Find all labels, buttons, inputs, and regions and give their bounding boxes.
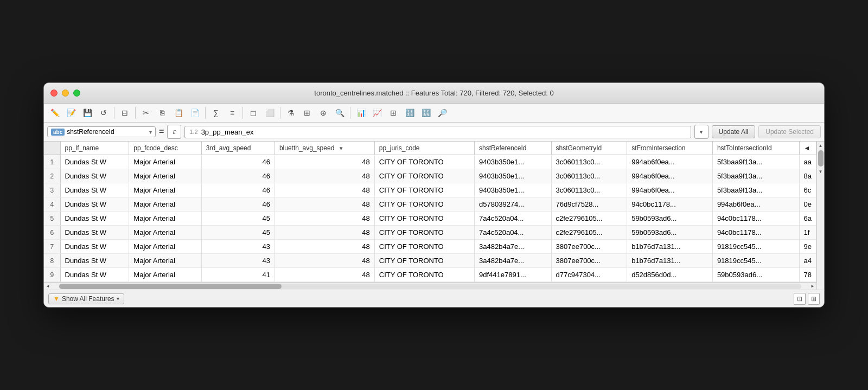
close-button[interactable] bbox=[50, 89, 58, 97]
expression-input-container[interactable]: 1.2 3p_pp_mean_ex bbox=[184, 126, 691, 138]
cell-extra: 8a bbox=[799, 169, 816, 183]
cell-3rd_avg_speed: 41 bbox=[201, 268, 275, 282]
status-icon-btn-1[interactable]: ⊡ bbox=[794, 293, 806, 305]
cell-pp_juris_code: CITY OF TORONTO bbox=[374, 240, 474, 254]
cut-button[interactable]: ✂ bbox=[138, 106, 154, 120]
magnify-button[interactable]: 🔎 bbox=[435, 106, 450, 120]
delete-button[interactable]: ⊟ bbox=[117, 106, 132, 120]
filter2-button[interactable]: ⊞ bbox=[299, 106, 315, 120]
paste-button[interactable]: 📋 bbox=[171, 106, 186, 120]
filter-icon: ▼ bbox=[53, 295, 60, 303]
cell-row_num: 6 bbox=[44, 226, 60, 240]
save-button[interactable]: 💾 bbox=[80, 106, 95, 120]
cell-pp_juris_code: CITY OF TORONTO bbox=[374, 254, 474, 268]
cell-stFromIntersection: 94c0bc1178... bbox=[627, 197, 713, 212]
table-row[interactable]: 3Dundas St WMajor Arterial4648CITY OF TO… bbox=[44, 183, 816, 197]
header-shst-geometry-id[interactable]: shstGeometryId bbox=[551, 142, 627, 155]
cell-bluetth_avg_speed: 48 bbox=[275, 226, 374, 240]
cell-stFromIntersection: 994ab6f0ea... bbox=[627, 183, 713, 197]
move-button[interactable]: ⊕ bbox=[316, 106, 331, 120]
edit-table-button[interactable]: 📝 bbox=[63, 106, 79, 120]
header-pp-lf-name[interactable]: pp_lf_name bbox=[60, 142, 129, 155]
show-all-features-button[interactable]: ▼ Show All Features ▾ bbox=[48, 293, 124, 304]
formula-button[interactable]: 🔣 bbox=[418, 106, 433, 120]
edit-pencil-button[interactable]: ✏️ bbox=[47, 106, 62, 120]
scroll-left-arrow[interactable]: ◄ bbox=[44, 284, 52, 289]
update-selected-button[interactable]: Update Selected bbox=[758, 125, 821, 138]
cell-row_num: 9 bbox=[44, 268, 60, 282]
scroll-up-arrow[interactable]: ▲ bbox=[817, 142, 825, 149]
paste2-button[interactable]: 📄 bbox=[187, 106, 202, 120]
cell-pp_lf_name: Dundas St W bbox=[60, 268, 129, 282]
cell-shstGeometryId: 3c060113c0... bbox=[551, 183, 627, 197]
header-shst-geometry-id-label: shstGeometryId bbox=[556, 144, 602, 152]
field-selector[interactable]: abc shstReferenceId ▾ bbox=[47, 126, 156, 137]
refresh-button[interactable]: ↺ bbox=[96, 106, 111, 120]
cell-pp_juris_code: CITY OF TORONTO bbox=[374, 226, 474, 240]
minimize-button[interactable] bbox=[62, 89, 69, 97]
cell-extra: a4 bbox=[799, 254, 816, 268]
search-button[interactable]: 🔍 bbox=[332, 106, 347, 120]
calc-button[interactable]: 🔢 bbox=[402, 106, 417, 120]
cell-pp_fcode_desc: Major Arterial bbox=[129, 240, 201, 254]
header-pp-juris-code[interactable]: pp_juris_code bbox=[374, 142, 474, 155]
status-icon-btn-2[interactable]: ⊞ bbox=[808, 293, 820, 305]
epsilon-button[interactable]: ε bbox=[167, 125, 181, 139]
cell-shstGeometryId: 3c060113c0... bbox=[551, 155, 627, 169]
table-row[interactable]: 8Dundas St WMajor Arterial4348CITY OF TO… bbox=[44, 254, 816, 268]
cell-extra: 6a bbox=[799, 212, 816, 226]
header-bluetth-avg-speed-label: bluetth_avg_speed bbox=[279, 144, 334, 152]
cell-stFromIntersection: 59b0593ad6... bbox=[627, 226, 713, 240]
stats2-button[interactable]: 📈 bbox=[369, 106, 385, 120]
table-row[interactable]: 9Dundas St WMajor Arterial4148CITY OF TO… bbox=[44, 268, 816, 282]
cell-row_num: 8 bbox=[44, 254, 60, 268]
separator-2 bbox=[135, 107, 136, 119]
stats-button[interactable]: 📊 bbox=[353, 106, 368, 120]
cell-pp_fcode_desc: Major Arterial bbox=[129, 268, 201, 282]
header-3rd-avg-speed[interactable]: 3rd_avg_speed bbox=[201, 142, 275, 155]
cell-pp_juris_code: CITY OF TORONTO bbox=[374, 183, 474, 197]
cell-pp_juris_code: CITY OF TORONTO bbox=[374, 268, 474, 282]
header-st-from-intersection[interactable]: stFromIntersection bbox=[627, 142, 713, 155]
expression-dropdown-button[interactable]: ▾ bbox=[694, 125, 709, 139]
cell-stFromIntersection: 59b0593ad6... bbox=[627, 212, 713, 226]
maximize-button[interactable] bbox=[73, 89, 80, 97]
toolbar: ✏️ 📝 💾 ↺ ⊟ ✂ ⎘ 📋 📄 ∑ ≡ ◻ ⬜ ⚗ ⊞ ⊕ 🔍 📊 📈 ⊞… bbox=[44, 104, 824, 123]
table-row[interactable]: 4Dundas St WMajor Arterial4648CITY OF TO… bbox=[44, 197, 816, 212]
cell-stFromIntersection: d52d856d0d... bbox=[627, 268, 713, 282]
table-row[interactable]: 7Dundas St WMajor Arterial4348CITY OF TO… bbox=[44, 240, 816, 254]
grid-button[interactable]: ⊞ bbox=[386, 106, 401, 120]
separator-4 bbox=[242, 107, 243, 119]
invert-button[interactable]: ⬜ bbox=[262, 106, 277, 120]
header-bluetth-avg-speed[interactable]: bluetth_avg_speed ▼ bbox=[275, 142, 374, 155]
cell-shstGeometryId: 3c060113c0... bbox=[551, 169, 627, 183]
filter-button[interactable]: ⚗ bbox=[283, 106, 298, 120]
scroll-down-arrow[interactable]: ▼ bbox=[817, 168, 825, 175]
header-shst-reference-id[interactable]: shstReferenceId bbox=[475, 142, 551, 155]
horizontal-scrollbar[interactable] bbox=[59, 284, 801, 289]
cell-pp_fcode_desc: Major Arterial bbox=[129, 169, 201, 183]
table-row[interactable]: 6Dundas St WMajor Arterial4548CITY OF TO… bbox=[44, 226, 816, 240]
cell-bluetth_avg_speed: 48 bbox=[275, 169, 374, 183]
scroll-right-arrow[interactable]: ► bbox=[809, 284, 816, 289]
update-all-button[interactable]: Update All bbox=[712, 125, 756, 138]
formula-bar: abc shstReferenceId ▾ = ε 1.2 3p_pp_mean… bbox=[44, 123, 824, 142]
separator-3 bbox=[205, 107, 206, 119]
select-none-button[interactable]: ◻ bbox=[246, 106, 261, 120]
field-calc-button[interactable]: ≡ bbox=[225, 106, 240, 120]
table-row[interactable]: 5Dundas St WMajor Arterial4548CITY OF TO… bbox=[44, 212, 816, 226]
cell-pp_lf_name: Dundas St W bbox=[60, 212, 129, 226]
sort-arrow-bluetth: ▼ bbox=[339, 145, 344, 151]
field-name: shstReferenceId bbox=[67, 128, 114, 136]
cell-row_num: 2 bbox=[44, 169, 60, 183]
table-row[interactable]: 2Dundas St WMajor Arterial4648CITY OF TO… bbox=[44, 169, 816, 183]
table-row[interactable]: 1Dundas St WMajor Arterial4648CITY OF TO… bbox=[44, 155, 816, 169]
cell-pp_fcode_desc: Major Arterial bbox=[129, 254, 201, 268]
copy-button[interactable]: ⎘ bbox=[155, 106, 170, 120]
separator-1 bbox=[114, 107, 114, 119]
header-pp-fcode-desc[interactable]: pp_fcode_desc bbox=[129, 142, 201, 155]
header-hst-to-intersection-id[interactable]: hstToIntersectionId bbox=[712, 142, 799, 155]
new-field-button[interactable]: ∑ bbox=[208, 106, 224, 120]
cell-pp_juris_code: CITY OF TORONTO bbox=[374, 212, 474, 226]
cell-pp_juris_code: CITY OF TORONTO bbox=[374, 169, 474, 183]
